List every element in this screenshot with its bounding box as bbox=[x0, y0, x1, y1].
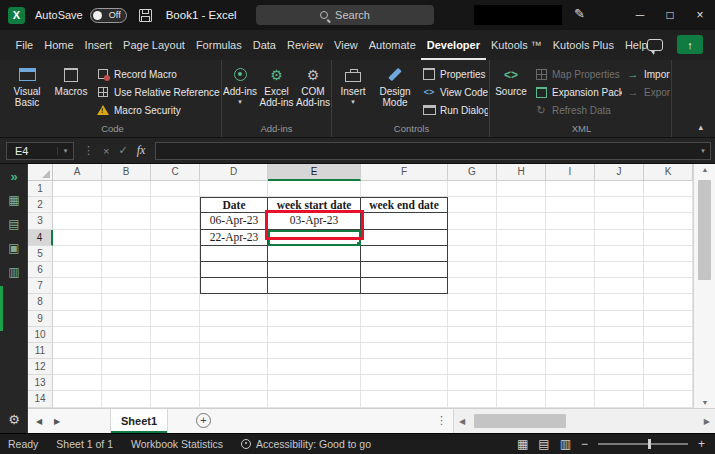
normal-view-button[interactable]: ▦ bbox=[517, 437, 528, 451]
cell-G13[interactable] bbox=[448, 375, 497, 391]
cell-F1[interactable] bbox=[361, 181, 448, 197]
menu-tab-kutools-plus[interactable]: Kutools Plus bbox=[547, 30, 619, 60]
row-header-1[interactable]: 1 bbox=[28, 181, 53, 197]
cell-H11[interactable] bbox=[497, 343, 546, 359]
cell-A1[interactable] bbox=[53, 181, 102, 197]
column-header-I[interactable]: I bbox=[546, 164, 595, 181]
menu-tab-file[interactable]: File bbox=[10, 30, 39, 60]
cell-G14[interactable] bbox=[448, 391, 497, 407]
source-button[interactable]: <> Source bbox=[492, 63, 530, 120]
cell-I4[interactable] bbox=[546, 230, 595, 246]
cell-D8[interactable] bbox=[200, 294, 268, 310]
insert-function-icon[interactable]: fx bbox=[137, 143, 146, 158]
formula-bar-options-icon[interactable]: ⋮ bbox=[83, 144, 94, 157]
comments-icon[interactable] bbox=[647, 39, 663, 51]
cell-J4[interactable] bbox=[595, 230, 644, 246]
cell-D3[interactable]: 06-Apr-23 bbox=[200, 213, 268, 229]
cell-E6[interactable] bbox=[268, 262, 361, 278]
cell-E3[interactable]: 03-Apr-23 bbox=[268, 213, 361, 229]
menu-tab-formulas[interactable]: Formulas bbox=[190, 30, 247, 60]
cell-F12[interactable] bbox=[361, 359, 448, 375]
cell-E4[interactable] bbox=[268, 230, 361, 246]
cell-D7[interactable] bbox=[200, 278, 268, 294]
cell-H1[interactable] bbox=[497, 181, 546, 197]
cell-G8[interactable] bbox=[448, 294, 497, 310]
cell-D14[interactable] bbox=[200, 391, 268, 407]
cell-C10[interactable] bbox=[151, 327, 200, 343]
sheet-tab-sheet1[interactable]: Sheet1 bbox=[110, 409, 168, 433]
cell-F7[interactable] bbox=[361, 278, 448, 294]
scroll-down-icon[interactable]: ▼ bbox=[694, 399, 715, 406]
row-header-6[interactable]: 6 bbox=[28, 262, 53, 278]
cell-A9[interactable] bbox=[53, 311, 102, 327]
cell-E7[interactable] bbox=[268, 278, 361, 294]
column-header-E[interactable]: E bbox=[268, 164, 361, 181]
cell-H4[interactable] bbox=[497, 230, 546, 246]
menu-tab-developer[interactable]: Developer bbox=[421, 30, 485, 60]
autosave-toggle[interactable]: Off bbox=[90, 8, 127, 23]
cell-G2[interactable] bbox=[448, 197, 497, 213]
cell-G6[interactable] bbox=[448, 262, 497, 278]
kutools-pane-calendar-icon[interactable]: ▦ bbox=[0, 188, 28, 212]
cell-H9[interactable] bbox=[497, 311, 546, 327]
menu-tab-data[interactable]: Data bbox=[247, 30, 281, 60]
cell-E8[interactable] bbox=[268, 294, 361, 310]
cell-H13[interactable] bbox=[497, 375, 546, 391]
cell-C5[interactable] bbox=[151, 246, 200, 262]
cell-F4[interactable] bbox=[361, 230, 448, 246]
cell-J13[interactable] bbox=[595, 375, 644, 391]
cell-I11[interactable] bbox=[546, 343, 595, 359]
cell-A7[interactable] bbox=[53, 278, 102, 294]
cell-I6[interactable] bbox=[546, 262, 595, 278]
search-box[interactable]: Search bbox=[256, 5, 434, 25]
cell-I3[interactable] bbox=[546, 213, 595, 229]
cancel-entry-icon[interactable]: × bbox=[103, 145, 109, 157]
excel-addins-button[interactable]: ⚙ Excel Add-ins bbox=[258, 63, 295, 120]
cell-I9[interactable] bbox=[546, 311, 595, 327]
row-header-5[interactable]: 5 bbox=[28, 246, 53, 262]
cell-B4[interactable] bbox=[102, 230, 151, 246]
cell-C7[interactable] bbox=[151, 278, 200, 294]
cell-B6[interactable] bbox=[102, 262, 151, 278]
row-header-9[interactable]: 9 bbox=[28, 311, 53, 327]
cell-K9[interactable] bbox=[644, 311, 693, 327]
cell-C13[interactable] bbox=[151, 375, 200, 391]
cell-J8[interactable] bbox=[595, 294, 644, 310]
row-header-13[interactable]: 13 bbox=[28, 375, 53, 391]
cell-A6[interactable] bbox=[53, 262, 102, 278]
column-header-K[interactable]: K bbox=[644, 164, 693, 181]
cell-E13[interactable] bbox=[268, 375, 361, 391]
cell-D12[interactable] bbox=[200, 359, 268, 375]
vertical-scrollbar-thumb[interactable] bbox=[698, 180, 711, 280]
run-dialog-button[interactable]: Run Dialog bbox=[418, 101, 488, 119]
addins-button[interactable]: Add-ins ▾ bbox=[222, 63, 258, 120]
cell-E9[interactable] bbox=[268, 311, 361, 327]
accessibility-status[interactable]: Accessibility: Good to go bbox=[241, 438, 371, 450]
cell-B3[interactable] bbox=[102, 213, 151, 229]
visual-basic-button[interactable]: Visual Basic bbox=[4, 63, 50, 120]
cell-H10[interactable] bbox=[497, 327, 546, 343]
page-break-view-button[interactable]: ▥ bbox=[560, 437, 571, 451]
save-icon[interactable] bbox=[139, 9, 152, 22]
cell-E5[interactable] bbox=[268, 246, 361, 262]
cell-I5[interactable] bbox=[546, 246, 595, 262]
expand-pane-icon[interactable]: » bbox=[0, 164, 28, 188]
horizontal-scrollbar[interactable]: ◀ ▶ bbox=[453, 409, 715, 433]
row-header-4[interactable]: 4 bbox=[28, 230, 53, 246]
row-header-8[interactable]: 8 bbox=[28, 294, 53, 310]
pen-icon[interactable]: ✎ bbox=[574, 6, 585, 21]
cell-B10[interactable] bbox=[102, 327, 151, 343]
cell-C8[interactable] bbox=[151, 294, 200, 310]
scroll-left-icon[interactable]: ◀ bbox=[459, 417, 465, 426]
sheet-count[interactable]: Sheet 1 of 1 bbox=[56, 438, 113, 450]
menu-tab-insert[interactable]: Insert bbox=[79, 30, 118, 60]
macro-security-button[interactable]: Macro Security bbox=[92, 101, 220, 119]
zoom-slider-thumb[interactable] bbox=[648, 439, 651, 449]
scroll-up-icon[interactable]: ▲ bbox=[694, 166, 715, 173]
formula-input[interactable]: ▾ bbox=[155, 142, 711, 160]
cell-K6[interactable] bbox=[644, 262, 693, 278]
cell-E1[interactable] bbox=[268, 181, 361, 197]
cell-G12[interactable] bbox=[448, 359, 497, 375]
row-header-10[interactable]: 10 bbox=[28, 327, 53, 343]
cell-D6[interactable] bbox=[200, 262, 268, 278]
